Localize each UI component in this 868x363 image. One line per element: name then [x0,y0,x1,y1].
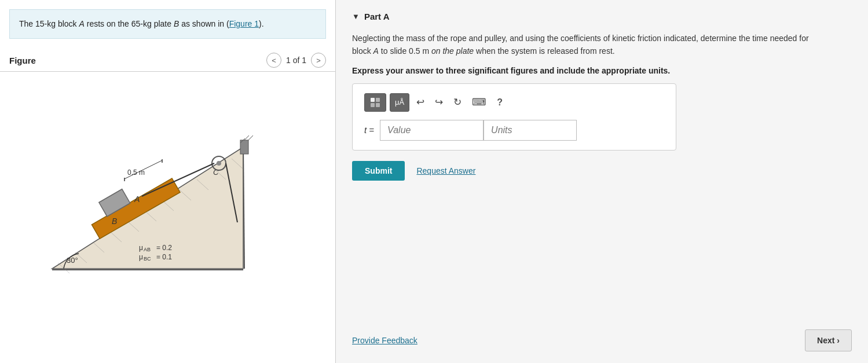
figure-scroll-area[interactable]: A B C 0.5 m [0,72,335,363]
undo-button[interactable]: ↩ [413,94,428,111]
svg-rect-41 [376,103,380,107]
figure-header: Figure < 1 of 1 > [0,48,335,71]
svg-line-36 [248,135,253,140]
reset-button[interactable]: ↻ [450,94,465,111]
next-button[interactable]: Next › [805,329,852,351]
action-row: Submit Request Answer [352,161,852,181]
part-title: Part A [364,12,390,21]
feedback-button[interactable]: Provide Feedback [352,336,417,345]
toolbar: μÅ ↩ ↪ ↻ ⌨ ? [364,93,664,112]
figure-svg: A B C 0.5 m [35,78,301,286]
svg-text:μ: μ [139,253,143,261]
value-input[interactable] [380,120,484,141]
redo-button[interactable]: ↪ [431,94,446,111]
express-instruction: Express your answer to three significant… [352,66,827,75]
svg-text:A: A [134,195,140,204]
request-answer-button[interactable]: Request Answer [416,166,475,175]
answer-box: μÅ ↩ ↪ ↻ ⌨ ? t = [352,83,676,151]
svg-rect-39 [376,98,380,102]
symbol-label: μÅ [395,98,404,107]
bottom-row: Provide Feedback Next › [352,318,852,351]
figure-content: A B C 0.5 m [0,72,335,363]
problem-statement: The 15-kg block A rests on the 65-kg pla… [9,9,326,39]
figure-link[interactable]: Figure 1 [229,19,259,28]
svg-rect-38 [371,98,375,102]
right-panel: ▼ Part A Neglecting the mass of the rope… [336,0,868,363]
figure-label: Figure [9,56,36,65]
svg-rect-40 [371,103,375,107]
page-indicator: 1 of 1 [286,56,306,65]
part-header: ▼ Part A [352,12,852,21]
svg-text:0.5 m: 0.5 m [127,168,145,177]
input-row: t = [364,120,664,141]
svg-point-20 [217,161,221,166]
input-label: t = [364,125,374,135]
left-panel: The 15-kg block A rests on the 65-kg pla… [0,0,336,363]
figure-nav: < 1 of 1 > [266,53,326,68]
svg-text:μ: μ [139,244,143,252]
next-figure-button[interactable]: > [311,53,326,68]
submit-button[interactable]: Submit [352,161,405,181]
svg-text:B: B [112,217,117,226]
matrix-button[interactable] [364,93,386,112]
svg-text:BC: BC [144,256,151,262]
part-collapse-icon[interactable]: ▼ [352,12,360,21]
svg-text:= 0.2: = 0.2 [156,244,172,252]
part-description: Neglecting the mass of the rope and pull… [352,32,827,58]
keyboard-button[interactable]: ⌨ [468,94,490,111]
prev-figure-button[interactable]: < [266,53,281,68]
help-button[interactable]: ? [493,95,506,110]
units-input[interactable] [484,120,577,141]
svg-text:AB: AB [144,247,151,252]
svg-text:= 0.1: = 0.1 [156,253,172,261]
symbol-button[interactable]: μÅ [390,93,409,112]
svg-text:30°: 30° [67,256,78,265]
svg-line-35 [244,135,249,140]
